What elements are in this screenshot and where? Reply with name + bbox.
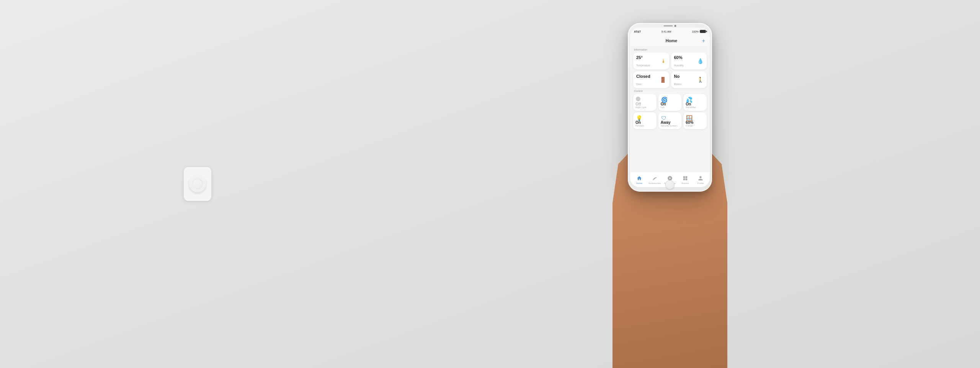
home-nav-label: Home [636,182,642,184]
curtain-label: Curtain [686,125,704,127]
accessories-icon [652,176,657,181]
wall-background [0,0,980,368]
security-label: Security System [661,125,679,127]
temperature-label: Temperature [636,64,666,67]
humidifier-card[interactable]: 💦 On Humidifier [683,94,707,111]
humidity-card[interactable]: 60% Humidity 💧 [671,53,707,69]
time-text: 9:41 AM [662,30,671,33]
status-bar: AT&T 9:41 AM 100% [630,28,710,35]
top-nav: Home + [630,35,710,46]
profile-nav-icon [697,175,704,181]
humidity-label: Humidity [674,64,704,67]
nav-rooms[interactable]: Rooms [678,175,693,184]
add-button[interactable]: + [702,38,705,44]
humidifier-icon: 💦 [686,97,693,103]
pendant-card[interactable]: 💡 On Pendant [633,112,657,129]
phone-screen: AT&T 9:41 AM 100% Home + Information [630,28,710,187]
night-light-card[interactable]: Off Night Light [633,94,657,111]
door-icon: 🚪 [660,77,666,83]
pendant-icon: 💡 [636,115,642,121]
door-card[interactable]: Closed Door 🚪 [633,71,669,88]
home-button[interactable] [665,180,675,189]
temperature-card[interactable]: 25° Temperature 🌡 [633,53,669,69]
page-title: Home [641,38,702,43]
device-circle [189,176,206,192]
pendant-label: Pendant [635,125,654,127]
information-section-label: Information [633,48,707,51]
security-card[interactable]: 🛡 Away Security System [658,112,682,129]
motion-card[interactable]: No Motion 🚶 [671,71,707,88]
accessories-nav-icon [652,175,658,181]
phone: AT&T 9:41 AM 100% Home + Information [628,23,712,192]
night-light-icon [636,97,640,101]
fan-label: Fan [661,106,679,108]
droplet-icon: 💧 [697,58,704,64]
speaker [664,25,673,26]
rooms-nav-label: Rooms [681,182,689,184]
camera-area [664,25,676,27]
wall-smart-button[interactable] [184,167,211,201]
battery-icon [700,30,706,33]
curtain-card[interactable]: 🪟 60% Curtain [683,112,707,129]
rooms-icon [683,176,688,181]
curtain-icon: 🪟 [686,115,693,121]
fan-card[interactable]: 🌀 On Fan [658,94,682,111]
device-inner [192,179,203,189]
profile-nav-label: Profile [697,182,704,184]
nav-profile[interactable]: Profile [693,175,708,184]
thermometer-icon: 🌡 [661,58,666,64]
control-row2: 💡 On Pendant 🛡 Away Security System 🪟 60… [633,112,707,129]
nav-accessories[interactable]: Accessories [647,175,662,184]
profile-icon [698,176,703,181]
battery-area: 100% [692,30,706,33]
door-label: Door [636,83,666,85]
motion-icon: 🚶 [697,77,704,83]
camera-dot [675,25,676,27]
control-section-label: Control [633,90,707,92]
control-row1: Off Night Light 🌀 On Fan 💦 On Humidifier [633,94,707,111]
nav-home[interactable]: Home [632,175,647,184]
home-nav-icon [636,175,642,181]
carrier-text: AT&T [634,30,641,33]
humidifier-label: Humidifier [686,106,704,108]
rooms-nav-icon [682,175,688,181]
motion-label: Motion [674,83,704,85]
night-light-label: Night Light [635,106,654,108]
security-icon: 🛡 [661,115,666,121]
accessories-nav-label: Accessories [648,182,661,184]
scroll-content: Information 25° Temperature 🌡 60% Humidi… [630,46,710,172]
fan-icon: 🌀 [661,97,668,103]
battery-percent: 100% [692,30,699,33]
night-light-value: Off [635,102,654,106]
information-cards-grid: 25° Temperature 🌡 60% Humidity 💧 Closed … [633,53,707,88]
phone-hand-container: AT&T 9:41 AM 100% Home + Information [590,23,750,368]
home-icon [637,176,642,181]
